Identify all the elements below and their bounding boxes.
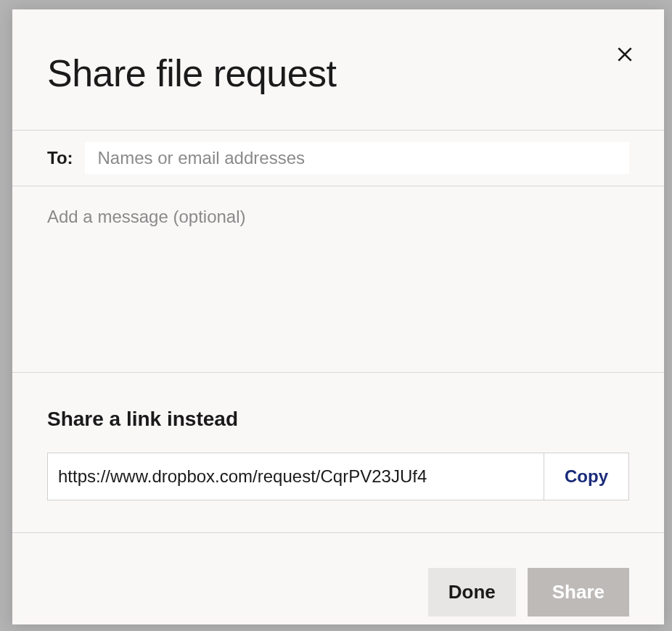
message-area xyxy=(12,186,664,373)
recipients-input[interactable] xyxy=(98,148,616,168)
to-field-row: To: xyxy=(12,131,664,186)
share-link-section: Share a link instead Copy xyxy=(12,373,664,533)
modal-footer: Done Share xyxy=(12,533,664,616)
modal-title: Share file request xyxy=(47,51,629,95)
share-link-heading: Share a link instead xyxy=(47,408,629,431)
to-input-container xyxy=(85,142,629,174)
close-icon xyxy=(615,45,634,64)
share-link-row: Copy xyxy=(47,453,629,500)
copy-link-button[interactable]: Copy xyxy=(544,453,628,500)
modal-header: Share file request xyxy=(12,9,664,131)
done-button[interactable]: Done xyxy=(428,568,516,616)
close-button[interactable] xyxy=(612,41,638,67)
share-link-input[interactable] xyxy=(48,453,544,500)
message-textarea[interactable] xyxy=(47,207,629,349)
to-label: To: xyxy=(47,148,73,168)
share-file-request-modal: Share file request To: Share a link inst… xyxy=(12,9,664,624)
share-button[interactable]: Share xyxy=(528,568,629,616)
